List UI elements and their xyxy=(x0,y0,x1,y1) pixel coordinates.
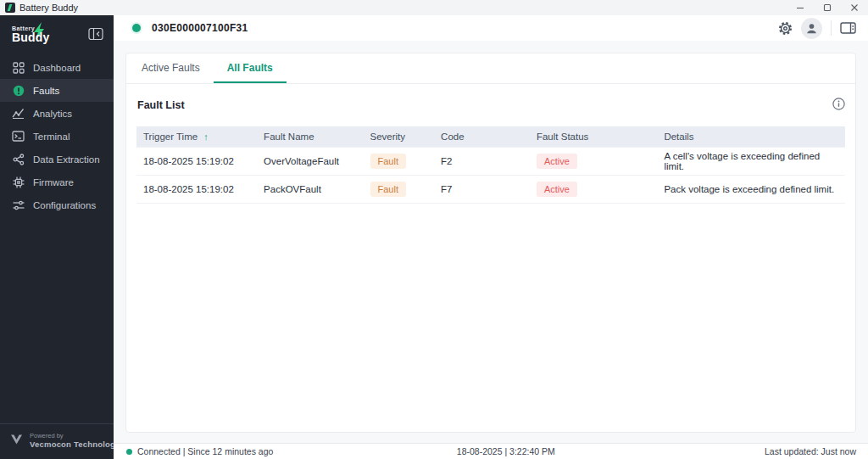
tab-active-faults[interactable]: Active Faults xyxy=(128,53,214,83)
info-icon[interactable] xyxy=(832,98,845,114)
sidebar: Battery Buddy Dashboard xyxy=(0,15,114,459)
cell-severity: Fault xyxy=(364,176,435,204)
fault-table: Trigger Time↑ Fault Name Severity Code F… xyxy=(136,126,845,204)
sidebar-item-label: Analytics xyxy=(33,109,72,119)
cell-trigger-time: 18-08-2025 15:19:02 xyxy=(136,176,257,204)
company-name: Vecmocon Technologies xyxy=(30,439,127,449)
sidebar-item-label: Firmware xyxy=(33,177,74,188)
gear-icon[interactable] xyxy=(778,21,793,36)
content-area: Active Faults All Faults Fault List xyxy=(114,41,868,443)
main-header: 030E000007100F31 xyxy=(114,15,868,41)
table-header-row: Trigger Time↑ Fault Name Severity Code F… xyxy=(136,126,845,148)
close-button[interactable] xyxy=(841,0,868,15)
column-code[interactable]: Code xyxy=(434,126,530,148)
cell-fault-name: OverVoltageFault xyxy=(257,148,363,176)
minimize-button[interactable] xyxy=(787,0,814,15)
sidebar-item-label: Faults xyxy=(33,86,59,96)
statusbar-last-updated: Last updated: Just now xyxy=(765,444,856,459)
battery-buddy-logo: Battery Buddy xyxy=(12,25,50,43)
user-avatar-icon[interactable] xyxy=(801,18,822,39)
app-icon xyxy=(5,3,15,13)
sidebar-item-data-extraction[interactable]: Data Extraction xyxy=(0,148,114,171)
sidebar-item-dashboard[interactable]: Dashboard xyxy=(0,56,114,79)
fault-table-wrap: Trigger Time↑ Fault Name Severity Code F… xyxy=(126,126,855,204)
panel-right-icon[interactable] xyxy=(840,21,856,35)
faults-card: Active Faults All Faults Fault List xyxy=(125,53,856,433)
tab-all-faults[interactable]: All Faults xyxy=(214,53,287,83)
main-area: 030E000007100F31 xyxy=(114,15,868,459)
status-badge: Active xyxy=(537,182,577,197)
sidebar-item-analytics[interactable]: Analytics xyxy=(0,102,114,125)
window-title: Battery Buddy xyxy=(19,3,78,13)
powered-by-label: Powered by xyxy=(30,432,127,439)
analytics-icon xyxy=(12,108,25,119)
cell-severity: Fault xyxy=(364,148,435,176)
statusbar-datetime: 18-08-2025 | 3:22:40 PM xyxy=(457,444,555,459)
table-row[interactable]: 18-08-2025 15:19:02 PackOVFault Fault F7… xyxy=(136,176,845,204)
fault-list-title: Fault List xyxy=(137,99,185,111)
column-trigger-time[interactable]: Trigger Time↑ xyxy=(136,126,257,148)
table-row[interactable]: 18-08-2025 15:19:02 OverVoltageFault Fau… xyxy=(136,148,845,176)
column-fault-status[interactable]: Fault Status xyxy=(530,126,657,148)
connected-dot-icon xyxy=(126,449,132,455)
cell-details: Pack voltage is exceeding defined limit. xyxy=(657,176,845,204)
sidebar-collapse-icon[interactable] xyxy=(88,27,103,41)
sidebar-nav: Dashboard Faults Analytics xyxy=(0,56,114,216)
severity-badge: Fault xyxy=(370,182,406,197)
sort-asc-icon[interactable]: ↑ xyxy=(203,132,209,142)
titlebar: Battery Buddy xyxy=(0,0,868,15)
sidebar-item-label: Data Extraction xyxy=(33,154,100,165)
terminal-icon xyxy=(12,131,25,142)
severity-badge: Fault xyxy=(370,154,406,169)
faults-icon xyxy=(12,85,25,97)
sidebar-item-firmware[interactable]: Firmware xyxy=(0,171,114,193)
column-severity[interactable]: Severity xyxy=(364,126,435,148)
firmware-icon xyxy=(12,176,25,188)
configurations-icon xyxy=(12,200,25,210)
cell-fault-name: PackOVFault xyxy=(257,176,363,204)
column-details[interactable]: Details xyxy=(657,126,845,148)
status-badge: Active xyxy=(537,154,577,169)
sidebar-item-terminal[interactable]: Terminal xyxy=(0,125,114,148)
battery-buddy-app: Battery Buddy Battery Buddy xyxy=(0,0,868,459)
vecmocon-logo-icon xyxy=(10,433,23,448)
sidebar-item-configurations[interactable]: Configurations xyxy=(0,193,114,216)
data-extraction-icon xyxy=(12,154,25,165)
cell-code: F2 xyxy=(434,148,530,176)
statusbar: Connected | Since 12 minutes ago 18-08-2… xyxy=(114,443,868,459)
maximize-button[interactable] xyxy=(814,0,841,15)
sidebar-footer: Powered by Vecmocon Technologies xyxy=(0,423,114,459)
sidebar-item-label: Configurations xyxy=(33,200,96,210)
tabs: Active Faults All Faults xyxy=(126,53,855,84)
connection-status-dot xyxy=(132,24,141,32)
dashboard-icon xyxy=(12,62,25,74)
cell-fault-status: Active xyxy=(530,176,657,204)
statusbar-connection: Connected | Since 12 minutes ago xyxy=(137,446,273,456)
cell-fault-status: Active xyxy=(530,148,657,176)
cell-code: F7 xyxy=(434,176,530,204)
column-fault-name[interactable]: Fault Name xyxy=(257,126,363,148)
device-id: 030E000007100F31 xyxy=(152,22,248,34)
sidebar-item-faults[interactable]: Faults xyxy=(0,79,114,102)
sidebar-item-label: Dashboard xyxy=(33,63,81,73)
cell-trigger-time: 18-08-2025 15:19:02 xyxy=(136,148,257,176)
cell-details: A cell's voltage is exceeding defined li… xyxy=(657,148,845,176)
header-divider xyxy=(831,20,832,36)
sidebar-item-label: Terminal xyxy=(33,132,70,142)
